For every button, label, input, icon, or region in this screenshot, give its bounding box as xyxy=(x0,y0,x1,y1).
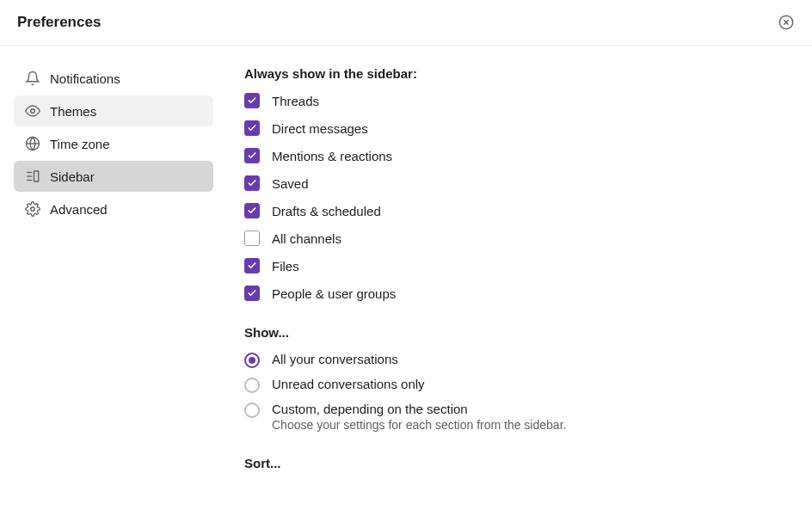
checkbox-icon xyxy=(244,120,260,136)
checkbox-icon xyxy=(244,148,260,163)
checkbox-files[interactable]: Files xyxy=(244,258,788,273)
nav-item-notifications[interactable]: Notifications xyxy=(14,63,213,94)
nav-label: Notifications xyxy=(50,71,120,86)
checkbox-threads[interactable]: Threads xyxy=(244,93,788,108)
sort-heading: Sort... xyxy=(244,456,788,470)
gear-icon xyxy=(24,200,41,218)
nav-label: Advanced xyxy=(50,202,108,217)
radio-label: Unread conversations only xyxy=(272,377,425,391)
checkbox-direct-messages[interactable]: Direct messages xyxy=(244,120,788,136)
modal-title: Preferences xyxy=(17,14,101,31)
close-button[interactable] xyxy=(778,14,795,31)
radio-all-conversations[interactable]: All your conversations xyxy=(244,352,788,368)
checkbox-label: Files xyxy=(272,259,299,273)
nav-item-advanced[interactable]: Advanced xyxy=(14,194,213,224)
always-show-heading: Always show in the sidebar: xyxy=(244,66,788,81)
checkbox-saved[interactable]: Saved xyxy=(244,175,788,191)
nav-label: Time zone xyxy=(50,137,109,151)
modal-header: Preferences xyxy=(0,0,812,46)
radio-description: Choose your settings for each section fr… xyxy=(272,418,566,432)
checkbox-label: All channels xyxy=(272,231,341,246)
checkbox-label: Direct messages xyxy=(272,121,368,136)
nav-item-themes[interactable]: Themes xyxy=(14,95,213,126)
radio-unread-only[interactable]: Unread conversations only xyxy=(244,377,788,393)
radio-icon xyxy=(244,378,260,393)
bell-icon xyxy=(24,70,41,87)
preferences-content: Always show in the sidebar: Threads Dire… xyxy=(220,46,812,513)
checkbox-people-user-groups[interactable]: People & user groups xyxy=(244,286,788,301)
svg-rect-7 xyxy=(34,171,39,181)
checkbox-icon xyxy=(244,203,260,218)
modal-body: Notifications Themes Time zone Sidebar A… xyxy=(0,46,812,513)
checkbox-icon xyxy=(244,93,260,108)
preferences-nav: Notifications Themes Time zone Sidebar A… xyxy=(0,46,220,513)
nav-item-timezone[interactable]: Time zone xyxy=(14,128,213,159)
checkbox-label: People & user groups xyxy=(272,286,396,301)
checkbox-mentions-reactions[interactable]: Mentions & reactions xyxy=(244,148,788,163)
checkbox-icon xyxy=(244,286,260,301)
nav-label: Sidebar xyxy=(50,169,95,184)
svg-point-1 xyxy=(31,109,35,114)
eye-icon xyxy=(24,102,41,120)
radio-label: Custom, depending on the section xyxy=(272,402,566,416)
checkbox-label: Drafts & scheduled xyxy=(272,204,381,218)
checkbox-label: Saved xyxy=(272,176,309,191)
checkbox-icon xyxy=(244,175,260,191)
svg-point-8 xyxy=(31,207,35,212)
radio-icon xyxy=(244,402,260,418)
nav-item-sidebar[interactable]: Sidebar xyxy=(14,161,213,192)
radio-icon xyxy=(244,353,260,368)
checkbox-icon xyxy=(244,258,260,273)
checkbox-label: Mentions & reactions xyxy=(272,149,392,163)
globe-icon xyxy=(24,135,41,152)
checkbox-drafts-scheduled[interactable]: Drafts & scheduled xyxy=(244,203,788,218)
sidebar-icon xyxy=(24,168,41,185)
radio-custom-section[interactable]: Custom, depending on the section Choose … xyxy=(244,402,788,432)
checkbox-label: Threads xyxy=(272,94,319,108)
radio-label: All your conversations xyxy=(272,352,398,366)
checkbox-icon xyxy=(244,230,260,246)
checkbox-all-channels[interactable]: All channels xyxy=(244,230,788,246)
close-icon xyxy=(778,15,794,30)
nav-label: Themes xyxy=(50,104,96,119)
show-heading: Show... xyxy=(244,325,788,340)
